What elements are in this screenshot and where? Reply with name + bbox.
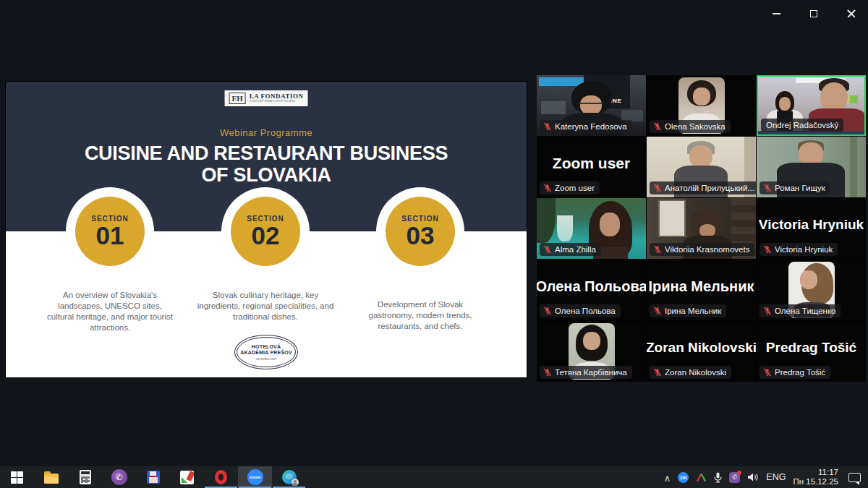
- section-number: 02: [252, 223, 280, 249]
- muted-mic-icon: [543, 368, 552, 377]
- section-column-1: SLOVAKIA AS A TOURIST DESTINATION An ove…: [30, 277, 190, 333]
- name-label: Ірина Мельник: [650, 304, 726, 317]
- hotel-academy-logo: HOTELOVÁ AKADÉMIA PREŠOV OD ROKU 1927: [234, 335, 298, 369]
- name-label: Alma Zhilla: [540, 243, 601, 256]
- opera-icon: [215, 470, 227, 484]
- shared-screen-slide: FH LA FONDATION POUR LA FORMATION HÔTELI…: [6, 82, 527, 377]
- viber-icon: ✆: [111, 469, 127, 485]
- media-app-button[interactable]: [170, 466, 204, 488]
- muted-mic-icon: [653, 307, 662, 315]
- name-label: Predrag Tošić: [760, 366, 830, 379]
- muted-mic-icon: [763, 368, 772, 377]
- person-face: [689, 145, 712, 168]
- tray-date: Пн 15.12.25: [793, 477, 838, 487]
- participant-tile-zoom-user[interactable]: Zoom user Zoom user: [537, 137, 646, 197]
- participant-tile-olena-tyshchenko[interactable]: Олена Тищенко: [757, 260, 866, 320]
- fondation-name: LA FONDATION: [250, 93, 304, 100]
- name-label: Олена Тищенко: [760, 304, 841, 317]
- glasses: [579, 103, 603, 108]
- participant-name: Олена Польова: [555, 307, 616, 315]
- windows-logo-icon: [11, 471, 23, 484]
- section-heading: SLOVAKIA AS A TOURIST DESTINATION: [30, 277, 190, 286]
- window-frame: [850, 137, 857, 197]
- floppy-disk-icon: [147, 471, 160, 484]
- muted-mic-icon: [653, 368, 662, 377]
- edge-button[interactable]: [272, 466, 306, 488]
- media-app-icon: [180, 471, 194, 484]
- hidden-icons-chevron[interactable]: ∧: [664, 473, 671, 484]
- microphone-tray-icon[interactable]: [714, 472, 722, 483]
- participant-tile-predrag-tosic[interactable]: Predrag Tošić Predrag Tošić: [757, 321, 866, 382]
- zoom-app-button[interactable]: zoom: [238, 466, 272, 488]
- viber-button[interactable]: ✆: [102, 466, 136, 488]
- person-face: [779, 97, 791, 111]
- muted-mic-icon: [763, 307, 772, 315]
- participant-tile-zoran-nikolovski[interactable]: Zoran Nikolovski Zoran Nikolovski: [647, 321, 756, 382]
- participant-tile-iryna-melnyk[interactable]: Ірина Мельник Ірина Мельник: [647, 260, 756, 320]
- calculator-button[interactable]: [68, 466, 102, 488]
- slide-title-line2: OF SLOVAKIA: [6, 164, 527, 187]
- edge-icon: [282, 470, 297, 484]
- name-label: Анатолій Прилуцький...: [650, 181, 756, 194]
- participant-tile-alma-zhilla[interactable]: Alma Zhilla: [537, 198, 646, 259]
- participant-name: Анатолій Прилуцький...: [665, 184, 754, 192]
- section-heading: DEVELOPMENT AND TRENDS IN SLOVAK RESTAUR…: [341, 277, 500, 297]
- participant-name: Тетяна Карбівнича: [555, 368, 627, 377]
- participant-tile-olena-sakovska[interactable]: Olena Sakovska: [647, 75, 756, 136]
- participant-name: Alma Zhilla: [555, 245, 596, 254]
- person-face: [800, 270, 817, 289]
- profile-badge: [292, 479, 299, 486]
- zoom-icon: zoom: [247, 469, 263, 485]
- restore-icon: [810, 10, 817, 17]
- section-body: Slovak culinary heritage, key ingredient…: [197, 290, 334, 322]
- participant-tile-olena-polova[interactable]: Олена Польова Олена Польова: [537, 260, 646, 320]
- participant-tile-anatolii-prylutskyi[interactable]: Анатолій Прилуцький...: [647, 137, 756, 197]
- section-column-3: DEVELOPMENT AND TRENDS IN SLOVAK RESTAUR…: [341, 277, 500, 332]
- name-label: Victoria Hryniuk: [760, 243, 838, 256]
- participant-name: Ірина Мельник: [665, 307, 721, 315]
- graphics-tray-icon[interactable]: [696, 472, 707, 482]
- file-explorer-button[interactable]: [34, 466, 68, 488]
- zoom-meeting-window: FH LA FONDATION POUR LA FORMATION HÔTELI…: [0, 0, 868, 488]
- academy-line3: OD ROKU 1927: [256, 357, 277, 361]
- clock[interactable]: 11:17 Пн 15.12.25: [793, 468, 838, 487]
- calculator-icon: [80, 470, 91, 484]
- minimize-icon: [773, 13, 780, 14]
- opera-button[interactable]: [204, 466, 238, 488]
- viber-tray-icon[interactable]: ✆: [729, 472, 740, 483]
- participant-tile-kateryna-fedosova[interactable]: UKRAINE Kateryna Fedosova: [537, 75, 646, 136]
- muted-mic-icon: [763, 184, 772, 192]
- section-circle-1: SECTION 01: [66, 187, 154, 275]
- participant-tile-roman-hyshchuk[interactable]: Роман Гищук: [757, 137, 866, 197]
- participant-tile-viktoriia-krasnomovets[interactable]: Viktoriia Krasnomovets: [647, 198, 756, 259]
- participant-tile-ondrej-radacovsky-active-speaker[interactable]: Ondrej Radačovský: [757, 75, 866, 136]
- action-center-icon[interactable]: [848, 473, 861, 482]
- participant-name: Роман Гищук: [775, 184, 825, 192]
- close-button[interactable]: [841, 4, 862, 23]
- name-label: Olena Sakovska: [650, 120, 731, 133]
- language-indicator[interactable]: ENG: [766, 472, 786, 482]
- start-button[interactable]: [0, 466, 34, 488]
- restore-button[interactable]: [803, 4, 825, 23]
- participant-name: Zoran Nikolovski: [665, 368, 726, 377]
- muted-mic-icon: [653, 184, 662, 192]
- person-face: [600, 213, 620, 236]
- minimize-button[interactable]: [765, 4, 787, 23]
- speaker-tray-icon[interactable]: [747, 472, 759, 482]
- name-label: Zoran Nikolovski: [650, 366, 731, 379]
- name-label: Ondrej Radačovský: [761, 119, 843, 132]
- zoom-icon-label: zoom: [250, 475, 261, 479]
- system-tray: ∧ zm ✆ ENG 11:17 Пн 15.12.25: [664, 466, 868, 488]
- participant-tile-tetiana-karbivnycha[interactable]: Тетяна Карбівнича: [537, 321, 646, 382]
- zoom-tray-icon[interactable]: zm: [678, 472, 689, 483]
- participant-name: Ondrej Radačovský: [766, 121, 838, 129]
- muted-mic-icon: [543, 122, 552, 131]
- slide-eyebrow: Webinar Programme: [6, 127, 527, 138]
- background-window: [658, 200, 686, 237]
- zoom-tray-label: zm: [680, 475, 686, 480]
- save-app-button[interactable]: [136, 466, 170, 488]
- muted-mic-icon: [543, 184, 552, 192]
- participant-tile-victoria-hryniuk[interactable]: Victoria Hryniuk Victoria Hryniuk: [757, 198, 866, 259]
- participant-name: Zoom user: [555, 184, 595, 192]
- background-rock: [537, 198, 556, 243]
